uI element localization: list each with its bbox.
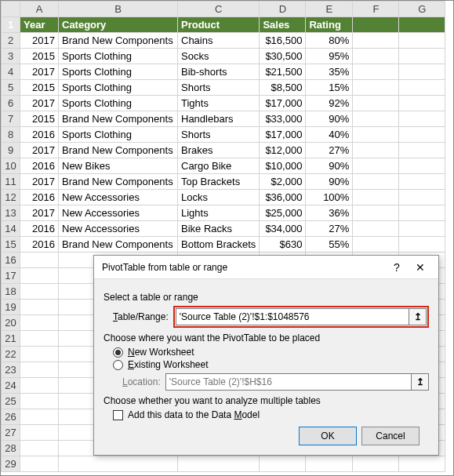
cell[interactable]: $10,000 [260,158,306,174]
cell[interactable] [20,441,59,456]
cell[interactable] [399,221,445,237]
col-header-B[interactable]: B [59,2,178,17]
cell[interactable]: 2016 [20,237,59,253]
cell[interactable]: Handlebars [178,111,260,127]
row-header[interactable]: 5 [2,80,20,96]
cell[interactable]: 2017 [20,205,59,221]
cell[interactable] [399,127,445,143]
cell[interactable]: Socks [178,49,260,64]
cell[interactable] [20,394,59,409]
cell[interactable]: $12,000 [260,143,306,158]
row-header[interactable]: 26 [2,409,20,425]
cell[interactable]: $33,000 [260,111,306,127]
cell[interactable]: Bike Racks [178,221,260,237]
close-button[interactable]: ✕ [409,261,432,274]
cell[interactable] [20,253,59,268]
cell[interactable] [399,158,445,174]
col-header-D[interactable]: D [260,2,306,17]
cell[interactable]: 35% [306,64,353,80]
cell[interactable]: 95% [306,49,353,64]
cell[interactable]: Sports Clothing [59,127,178,143]
cell[interactable] [20,331,59,347]
cell[interactable] [178,456,260,472]
cell[interactable]: 2015 [20,111,59,127]
cell[interactable] [20,300,59,315]
cell[interactable]: 2017 [20,143,59,158]
row-header[interactable]: 18 [2,284,20,300]
cell[interactable] [353,205,399,221]
cell[interactable]: 2016 [20,190,59,205]
cell[interactable]: Top Brackets [178,174,260,190]
ok-button[interactable]: OK [299,427,357,445]
cell[interactable] [399,49,445,64]
cell[interactable]: 2017 [20,96,59,111]
cell[interactable] [353,96,399,111]
cell[interactable]: Sports Clothing [59,64,178,80]
row-header[interactable]: 8 [2,127,20,143]
cell[interactable] [399,205,445,221]
cell[interactable]: 100% [306,190,353,205]
cell[interactable] [399,174,445,190]
cell[interactable] [399,64,445,80]
row-header[interactable]: 1 [2,17,20,33]
cell[interactable]: $36,000 [260,190,306,205]
col-header-A[interactable]: A [20,2,59,17]
cell[interactable]: 2016 [20,158,59,174]
row-header[interactable]: 19 [2,300,20,315]
row-header[interactable]: 29 [2,456,20,472]
cell[interactable] [353,33,399,49]
header-cell[interactable]: Category [59,17,178,33]
cell[interactable]: Chains [178,33,260,49]
row-header[interactable]: 16 [2,253,20,268]
row-header[interactable]: 4 [2,64,20,80]
cell[interactable]: 2015 [20,49,59,64]
cell[interactable]: Cargo Bike [178,158,260,174]
cell[interactable]: Shorts [178,80,260,96]
cell[interactable]: 15% [306,80,353,96]
cell[interactable] [20,284,59,300]
cell[interactable]: New Bikes [59,158,178,174]
cell[interactable] [20,456,59,472]
cell[interactable]: 27% [306,221,353,237]
range-picker-button[interactable]: ↥ [409,308,427,325]
cell[interactable] [20,425,59,441]
row-header[interactable]: 14 [2,221,20,237]
cell[interactable] [306,456,353,472]
row-header[interactable]: 6 [2,96,20,111]
cell[interactable]: New Accessories [59,190,178,205]
row-header[interactable]: 11 [2,174,20,190]
header-cell[interactable] [353,17,399,33]
cell[interactable] [353,80,399,96]
cell[interactable] [399,33,445,49]
row-header[interactable]: 9 [2,143,20,158]
row-header[interactable]: 3 [2,49,20,64]
cell[interactable]: Brand New Components [59,33,178,49]
cell[interactable]: 40% [306,127,353,143]
cell[interactable]: Brand New Components [59,143,178,158]
cell[interactable]: New Accessories [59,205,178,221]
cell[interactable]: 2016 [20,127,59,143]
header-cell[interactable] [399,17,445,33]
row-header[interactable]: 15 [2,237,20,253]
cell[interactable]: Brand New Components [59,111,178,127]
cell[interactable] [353,456,399,472]
cell[interactable] [20,268,59,284]
cell[interactable] [20,409,59,425]
cell[interactable]: New Accessories [59,221,178,237]
select-all-corner[interactable] [2,2,20,17]
row-header[interactable]: 21 [2,331,20,347]
cell[interactable] [353,237,399,253]
cell[interactable]: 90% [306,158,353,174]
cell[interactable]: Tights [178,96,260,111]
cell[interactable]: $25,000 [260,205,306,221]
cell[interactable]: 92% [306,96,353,111]
row-header[interactable]: 13 [2,205,20,221]
cell[interactable]: 27% [306,143,353,158]
cell[interactable] [260,456,306,472]
cell[interactable] [353,190,399,205]
cell[interactable] [353,221,399,237]
cell[interactable] [353,143,399,158]
cancel-button[interactable]: Cancel [361,427,419,445]
cell[interactable]: Brakes [178,143,260,158]
cell[interactable]: $17,000 [260,96,306,111]
